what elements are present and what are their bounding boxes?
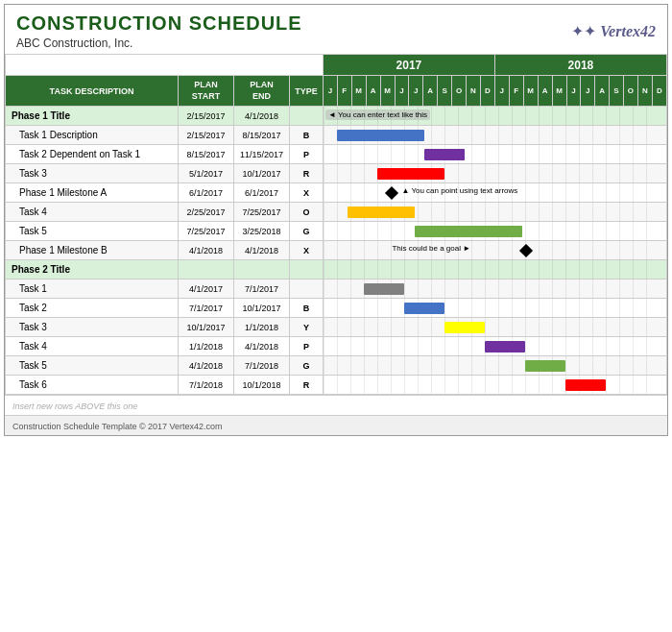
task-name-cell: Phase 2 Title xyxy=(6,260,179,280)
month-f1: F xyxy=(337,76,351,107)
end-cell: 11/15/2017 xyxy=(234,145,290,164)
start-cell: 1/1/2018 xyxy=(179,337,234,356)
logo-block: ✦✦ Vertex42 xyxy=(571,22,656,40)
gantt-cell xyxy=(324,203,667,222)
task-name-cell: Task 1 Description xyxy=(6,126,179,145)
annotation-goal-text: This could be a goal ► xyxy=(392,244,470,253)
gantt-cell xyxy=(324,280,667,299)
year-2017: 2017 xyxy=(324,55,495,76)
gantt-cell xyxy=(324,260,667,280)
gantt-bar xyxy=(424,149,465,160)
gantt-bar xyxy=(377,168,444,180)
month-j2: J xyxy=(395,76,409,107)
month-a2: A xyxy=(423,76,438,107)
gantt-cell: ◄ You can enter text like this xyxy=(324,107,667,126)
gantt-cell: This could be a goal ► xyxy=(324,241,667,260)
task-name-cell: Task 4 xyxy=(6,203,179,222)
start-cell: 7/1/2017 xyxy=(179,299,234,318)
task-name-cell: Task 1 xyxy=(6,280,179,299)
type-cell: X xyxy=(290,183,324,203)
month-o2: O xyxy=(623,76,637,107)
end-cell xyxy=(234,260,290,280)
main-title: CONSTRUCTION SCHEDULE xyxy=(16,12,302,35)
type-cell: G xyxy=(290,356,324,376)
type-cell: B xyxy=(290,299,324,318)
annotation-arrow-text: ◄ You can enter text like this xyxy=(325,109,430,120)
insert-hint-row: Insert new rows ABOVE this one xyxy=(5,395,667,415)
gantt-cell xyxy=(324,318,667,337)
end-cell: 4/1/2018 xyxy=(234,241,290,260)
title-block: CONSTRUCTION SCHEDULE ABC Construction, … xyxy=(16,12,302,50)
col-type-header: TYPE xyxy=(290,76,324,107)
start-cell: 4/1/2018 xyxy=(179,241,234,260)
insert-hint: Insert new rows ABOVE this one xyxy=(12,401,137,411)
col-task-header: TASK DESCRIPTION xyxy=(6,76,179,107)
start-cell: 2/25/2017 xyxy=(179,203,234,222)
col-end-header: PLANEND xyxy=(234,76,290,107)
table-row: Phase 1 Milestone B4/1/20184/1/2018XThis… xyxy=(6,241,667,260)
task-name-cell: Task 5 xyxy=(6,356,179,376)
task-name-cell: Task 4 xyxy=(6,337,179,356)
end-cell: 3/25/2018 xyxy=(234,222,290,241)
table-row: Task 14/1/20177/1/2017 xyxy=(6,280,667,299)
col-header-row: TASK DESCRIPTION PLANSTART PLANEND TYPE … xyxy=(6,76,667,107)
type-cell xyxy=(290,280,324,299)
start-cell: 6/1/2017 xyxy=(179,183,234,203)
type-cell: R xyxy=(290,376,324,395)
task-name-cell: Task 3 xyxy=(6,164,179,183)
month-m3: M xyxy=(523,76,538,107)
type-cell: P xyxy=(290,145,324,164)
month-o1: O xyxy=(452,76,467,107)
type-cell: G xyxy=(290,222,324,241)
month-a4: A xyxy=(595,76,610,107)
gantt-cell: ▲ You can point using text arrows xyxy=(324,183,667,203)
end-cell: 10/1/2018 xyxy=(234,376,290,395)
gantt-cell xyxy=(324,376,667,395)
type-cell: B xyxy=(290,126,324,145)
end-cell: 7/1/2018 xyxy=(234,356,290,376)
start-cell xyxy=(179,260,234,280)
table-row: Task 41/1/20184/1/2018P xyxy=(6,337,667,356)
month-d2: D xyxy=(652,76,666,107)
month-j4: J xyxy=(494,76,509,107)
gantt-bar xyxy=(415,226,522,237)
milestone-b-diamond xyxy=(519,244,533,257)
year-2018: 2018 xyxy=(494,55,666,76)
subtitle: ABC Construction, Inc. xyxy=(16,36,302,50)
month-s1: S xyxy=(438,76,452,107)
app-container: CONSTRUCTION SCHEDULE ABC Construction, … xyxy=(4,4,668,436)
gantt-bar xyxy=(444,322,485,333)
gantt-bar xyxy=(565,379,606,391)
month-f2: F xyxy=(509,76,523,107)
col-start-header: PLANSTART xyxy=(179,76,234,107)
month-n2: N xyxy=(637,76,652,107)
month-m4: M xyxy=(552,76,566,107)
table-row: Task 310/1/20171/1/2018Y xyxy=(6,318,667,337)
table-row: Task 67/1/201810/1/2018R xyxy=(6,376,667,395)
start-cell: 2/15/2017 xyxy=(179,107,234,126)
start-cell: 4/1/2017 xyxy=(179,280,234,299)
year-header-row: 2017 2018 xyxy=(6,55,667,76)
task-name-cell: Task 2 Dependent on Task 1 xyxy=(6,145,179,164)
start-cell: 2/15/2017 xyxy=(179,126,234,145)
start-cell: 7/25/2017 xyxy=(179,222,234,241)
type-cell xyxy=(290,107,324,126)
task-name-cell: Task 5 xyxy=(6,222,179,241)
month-m2: M xyxy=(380,76,395,107)
gantt-bar xyxy=(348,207,415,218)
end-cell: 8/15/2017 xyxy=(234,126,290,145)
task-name-cell: Phase 1 Title xyxy=(6,107,179,126)
gantt-bar xyxy=(485,341,525,352)
type-cell: R xyxy=(290,164,324,183)
task-name-cell: Phase 1 Milestone A xyxy=(6,183,179,203)
month-m1: M xyxy=(351,76,366,107)
start-cell: 4/1/2018 xyxy=(179,356,234,376)
month-j5: J xyxy=(566,76,581,107)
type-cell: X xyxy=(290,241,324,260)
task-name-cell: Task 6 xyxy=(6,376,179,395)
table-row: Task 42/25/20177/25/2017O xyxy=(6,203,667,222)
end-cell: 10/1/2017 xyxy=(234,299,290,318)
month-j3: J xyxy=(409,76,423,107)
gantt-bar xyxy=(337,130,424,141)
task-name-cell: Phase 1 Milestone B xyxy=(6,241,179,260)
